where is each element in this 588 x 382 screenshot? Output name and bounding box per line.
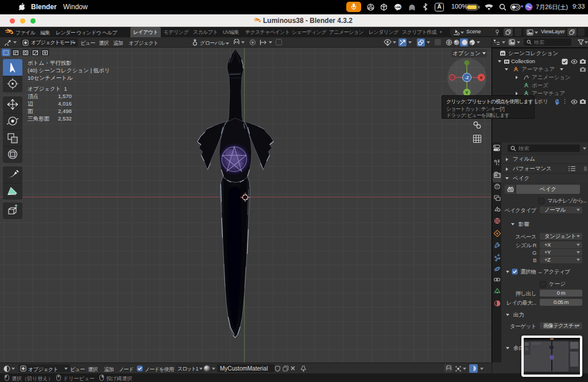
svg-text:Y: Y [465,90,469,95]
svg-text:-Z: -Z [465,75,469,80]
svg-text:X: X [479,75,483,80]
svg-text:LINE: LINE [395,6,401,9]
